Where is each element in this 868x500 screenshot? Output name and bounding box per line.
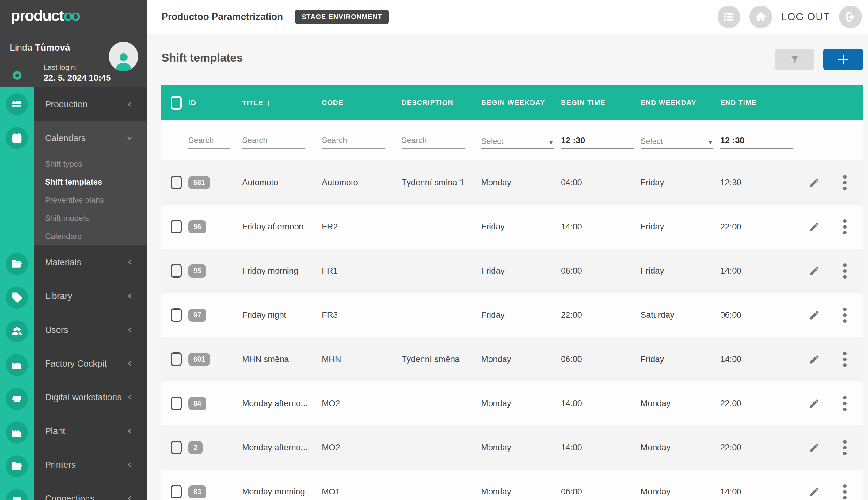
cell-title: Monday afterno... xyxy=(242,398,322,408)
app-title: Productoo Parametrization xyxy=(162,11,283,22)
users-icon[interactable] xyxy=(6,320,28,342)
column-header-begin-time[interactable]: BEGIN TIME xyxy=(561,99,641,107)
end-time-input[interactable] xyxy=(720,132,793,149)
edit-button[interactable] xyxy=(809,309,820,321)
table-filter-row: Select ▼ Select ▼ xyxy=(161,120,863,160)
row-menu-button[interactable] xyxy=(841,306,849,324)
begin-weekday-select[interactable]: Select ▼ xyxy=(481,132,554,149)
cell-code: FR1 xyxy=(322,266,401,276)
row-checkbox[interactable] xyxy=(171,220,182,234)
productoo-logo[interactable]: productoo xyxy=(11,7,79,24)
cell-description: Týdenní smìna 1 xyxy=(401,178,481,188)
column-header-begin-weekday[interactable]: BEGIN WEEKDAY xyxy=(481,99,561,107)
workstations-icon[interactable] xyxy=(6,388,28,410)
pencil-icon xyxy=(809,486,820,498)
add-button[interactable] xyxy=(823,49,863,70)
row-menu-button[interactable] xyxy=(841,174,849,191)
cell-begin-weekday: Monday xyxy=(481,178,561,188)
pencil-icon xyxy=(809,442,820,453)
cell-end-weekday: Monday xyxy=(641,443,720,453)
cell-begin-time: 14:00 xyxy=(561,398,641,408)
id-search-input[interactable] xyxy=(188,132,230,149)
avatar[interactable] xyxy=(109,42,138,71)
edit-button[interactable] xyxy=(809,398,820,409)
cell-end-time: 22:00 xyxy=(720,443,800,453)
plant-factory-icon[interactable] xyxy=(6,421,28,444)
sidebar-item-label: Calendars xyxy=(45,133,85,143)
cell-begin-weekday: Monday xyxy=(481,398,561,408)
library-tag-icon[interactable] xyxy=(6,286,28,309)
id-badge: 95 xyxy=(188,264,206,277)
sidebar-item-label: Production xyxy=(45,99,88,110)
select-all-checkbox[interactable] xyxy=(171,96,182,110)
cell-begin-time: 06:00 xyxy=(561,487,641,497)
row-menu-button[interactable] xyxy=(841,483,849,500)
column-header-code[interactable]: CODE xyxy=(322,99,401,107)
id-badge: 84 xyxy=(188,397,206,410)
cell-end-time: 22:00 xyxy=(720,398,800,408)
cell-code: Automoto xyxy=(322,178,401,188)
logout-icon xyxy=(844,11,857,23)
list-menu-button[interactable] xyxy=(717,5,740,28)
logout-button[interactable] xyxy=(839,5,862,28)
table-row: 2 Monday afterno... MO2 Monday 14:00 Mon… xyxy=(161,425,863,470)
connections-icon[interactable] xyxy=(6,489,28,500)
cell-begin-time: 06:00 xyxy=(561,354,641,364)
cell-begin-time: 04:00 xyxy=(561,178,641,188)
row-menu-button[interactable] xyxy=(841,395,849,412)
column-header-title[interactable]: TITLE↑ xyxy=(242,98,322,107)
column-header-description[interactable]: DESCRIPTION xyxy=(401,99,481,107)
title-search-input[interactable] xyxy=(242,132,305,149)
row-checkbox[interactable] xyxy=(171,441,182,454)
column-header-end-time[interactable]: END TIME xyxy=(720,99,800,107)
row-checkbox[interactable] xyxy=(171,485,182,499)
materials-folder-icon[interactable] xyxy=(6,253,28,275)
factory-icon[interactable] xyxy=(6,354,28,376)
printers-folder-icon[interactable] xyxy=(6,455,28,477)
end-weekday-select[interactable]: Select ▼ xyxy=(641,132,713,149)
pencil-icon xyxy=(809,221,820,232)
chevron-left-icon xyxy=(127,461,133,468)
column-header-id[interactable]: ID xyxy=(188,99,242,107)
logo-infinity-icon: oo xyxy=(63,7,79,24)
cell-begin-time: 14:00 xyxy=(561,222,641,231)
edit-button[interactable] xyxy=(809,354,820,365)
cell-begin-weekday: Monday xyxy=(481,443,561,453)
production-icon[interactable] xyxy=(6,93,28,115)
code-search-input[interactable] xyxy=(322,132,385,149)
edit-button[interactable] xyxy=(809,177,820,188)
id-badge: 2 xyxy=(188,441,203,454)
cell-begin-weekday: Friday xyxy=(481,222,561,231)
cell-end-time: 14:00 xyxy=(720,487,800,497)
row-checkbox[interactable] xyxy=(171,397,182,410)
edit-button[interactable] xyxy=(809,442,820,453)
row-menu-button[interactable] xyxy=(841,218,849,236)
cell-code: MO2 xyxy=(322,443,401,453)
row-menu-button[interactable] xyxy=(841,262,849,280)
row-menu-button[interactable] xyxy=(841,439,849,456)
cell-end-time: 22:00 xyxy=(720,222,800,231)
filter-button[interactable] xyxy=(775,49,814,70)
cell-title: MHN směna xyxy=(242,354,322,364)
table-header-row: ID TITLE↑ CODE DESCRIPTION BEGIN WEEKDAY… xyxy=(161,85,863,120)
table-body: 581 Automoto Automoto Týdenní smìna 1 Mo… xyxy=(161,160,863,500)
begin-time-input[interactable] xyxy=(561,132,634,149)
description-search-input[interactable] xyxy=(401,132,465,149)
column-header-end-weekday[interactable]: END WEEKDAY xyxy=(641,99,720,107)
row-checkbox[interactable] xyxy=(171,264,182,277)
cell-end-weekday: Friday xyxy=(641,178,720,188)
chevron-left-icon xyxy=(127,101,133,108)
row-menu-button[interactable] xyxy=(841,351,849,368)
row-checkbox[interactable] xyxy=(171,308,182,322)
edit-button[interactable] xyxy=(809,265,820,277)
home-button[interactable] xyxy=(749,5,772,28)
calendars-icon[interactable] xyxy=(6,127,28,149)
list-icon xyxy=(723,11,735,23)
table-row: 581 Automoto Automoto Týdenní smìna 1 Mo… xyxy=(161,160,863,205)
edit-button[interactable] xyxy=(809,221,820,232)
row-checkbox[interactable] xyxy=(171,176,182,189)
cell-begin-time: 14:00 xyxy=(561,443,641,453)
edit-button[interactable] xyxy=(809,486,820,498)
logout-label[interactable]: LOG OUT xyxy=(781,11,830,23)
row-checkbox[interactable] xyxy=(171,352,182,366)
